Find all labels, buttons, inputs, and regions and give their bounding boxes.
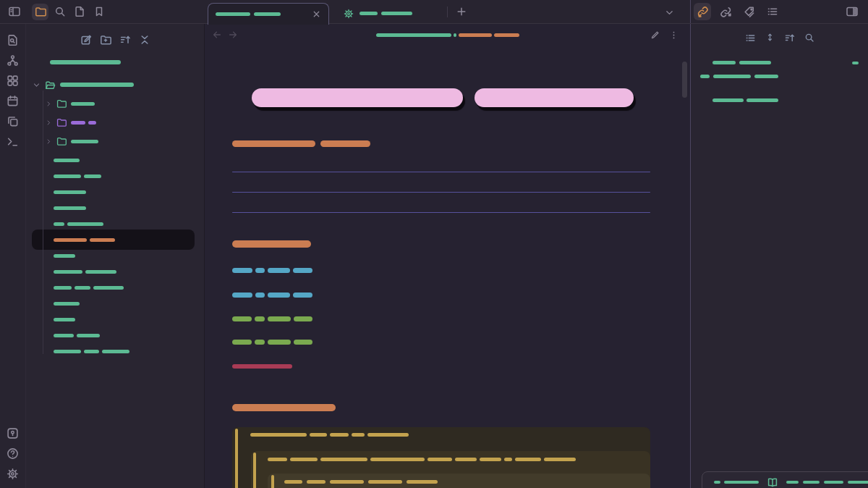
bookmark-button[interactable]: [90, 4, 107, 20]
copy-icon[interactable]: [7, 115, 19, 127]
vault-icon[interactable]: [7, 427, 19, 439]
count-badge-redacted: [852, 62, 859, 64]
book-open-icon[interactable]: [767, 476, 778, 488]
forward-arrow-icon[interactable]: [228, 30, 238, 40]
file-tree: [26, 75, 204, 359]
outgoing-links-icon: [720, 6, 732, 18]
file-explorer-panel: [26, 24, 205, 488]
app-body: [0, 24, 868, 488]
settings-gear-icon[interactable]: [7, 468, 19, 480]
explorer-actions: [26, 34, 204, 46]
left-ribbon: [0, 24, 26, 488]
file-name-redacted: [54, 238, 115, 242]
editor-pane: [205, 24, 690, 488]
file-item[interactable]: [26, 248, 204, 264]
edit-pencil-icon[interactable]: [650, 30, 660, 40]
chevron-down-icon[interactable]: [33, 81, 41, 89]
file-item[interactable]: [26, 200, 204, 216]
files-button[interactable]: [32, 4, 48, 20]
backlink-item[interactable]: [691, 61, 868, 64]
status-bar: [702, 471, 868, 488]
search-button[interactable]: [51, 4, 68, 20]
backlink-item[interactable]: [691, 75, 868, 78]
backlinks-button[interactable]: [694, 3, 711, 20]
note-title-redacted: [376, 33, 519, 37]
topbar-left-section: [0, 0, 205, 23]
sort-icon[interactable]: [119, 34, 131, 46]
quote-line-redacted: [251, 458, 650, 461]
chevron-right-icon[interactable]: [46, 101, 52, 107]
close-icon[interactable]: [312, 9, 321, 19]
sort-order-icon[interactable]: [784, 33, 795, 43]
back-arrow-icon[interactable]: [212, 30, 222, 40]
file-item[interactable]: [26, 295, 204, 311]
quote-line-redacted: [268, 480, 650, 484]
file-icon: [74, 6, 85, 17]
list-icon[interactable]: [745, 33, 756, 43]
folder-item[interactable]: [26, 113, 204, 132]
file-name-redacted: [54, 222, 103, 226]
graph-icon[interactable]: [7, 54, 19, 67]
right-sidebar: [690, 24, 868, 488]
folder-open-icon: [45, 80, 56, 91]
heading-redacted: [232, 404, 650, 411]
calendar-icon[interactable]: [7, 95, 19, 107]
folder-icon: [56, 136, 67, 146]
file-name-redacted: [54, 159, 80, 162]
list-icon: [767, 6, 778, 17]
view-header: [205, 24, 690, 46]
tab-inactive[interactable]: [336, 3, 420, 24]
text-line-redacted: [232, 364, 650, 369]
help-icon[interactable]: [7, 447, 19, 460]
terminal-icon[interactable]: [7, 135, 19, 148]
file-item[interactable]: [26, 327, 204, 343]
folder-name-redacted: [71, 121, 96, 125]
gear-icon: [344, 9, 354, 19]
list-line-redacted: [232, 268, 650, 273]
new-tab-button[interactable]: [456, 6, 467, 17]
folder-item[interactable]: [26, 132, 204, 151]
panel-right-toggle-icon[interactable]: [846, 5, 859, 18]
pill-buttons-redacted[interactable]: [232, 88, 650, 107]
more-options-icon[interactable]: [669, 30, 678, 40]
chevron-down-icon[interactable]: [665, 8, 674, 17]
outline-list-button[interactable]: [764, 4, 780, 20]
tab-active[interactable]: [208, 3, 329, 25]
file-name-redacted: [54, 318, 75, 321]
scrollbar-thumb[interactable]: [682, 62, 687, 98]
outgoing-links-button[interactable]: [718, 4, 734, 20]
panel-left-toggle-icon[interactable]: [8, 5, 21, 18]
indent-guide: [43, 91, 43, 354]
file-name-redacted: [54, 350, 129, 353]
expand-collapse-icon[interactable]: [765, 33, 775, 43]
search-icon[interactable]: [804, 33, 814, 43]
folder-icon: [56, 98, 67, 109]
file-item[interactable]: [26, 311, 204, 327]
file-item[interactable]: [26, 184, 204, 200]
file-name-redacted: [54, 254, 75, 258]
file-item[interactable]: [26, 168, 204, 184]
file-search-icon[interactable]: [7, 34, 19, 46]
tab-title-redacted: [216, 12, 281, 16]
chevron-right-icon[interactable]: [46, 119, 52, 126]
canvas-icon[interactable]: [7, 75, 19, 87]
file-name-redacted: [54, 174, 101, 178]
chevron-right-icon[interactable]: [46, 138, 52, 145]
new-file-button[interactable]: [71, 4, 88, 20]
file-item-active[interactable]: [32, 230, 195, 250]
list-line-redacted: [232, 316, 650, 321]
file-item[interactable]: [26, 264, 204, 279]
folder-item[interactable]: [26, 94, 204, 113]
heading-redacted: [232, 140, 650, 147]
collapse-all-icon[interactable]: [139, 34, 150, 46]
new-note-icon[interactable]: [80, 34, 92, 46]
folder-name-redacted: [60, 83, 134, 87]
new-folder-icon[interactable]: [100, 34, 111, 46]
nav-history: [212, 30, 238, 40]
file-item[interactable]: [26, 343, 204, 359]
file-item[interactable]: [26, 279, 204, 295]
folder-item-root[interactable]: [26, 75, 204, 94]
file-item[interactable]: [26, 152, 204, 168]
tags-button[interactable]: [741, 4, 757, 20]
backlink-item[interactable]: [691, 98, 868, 102]
